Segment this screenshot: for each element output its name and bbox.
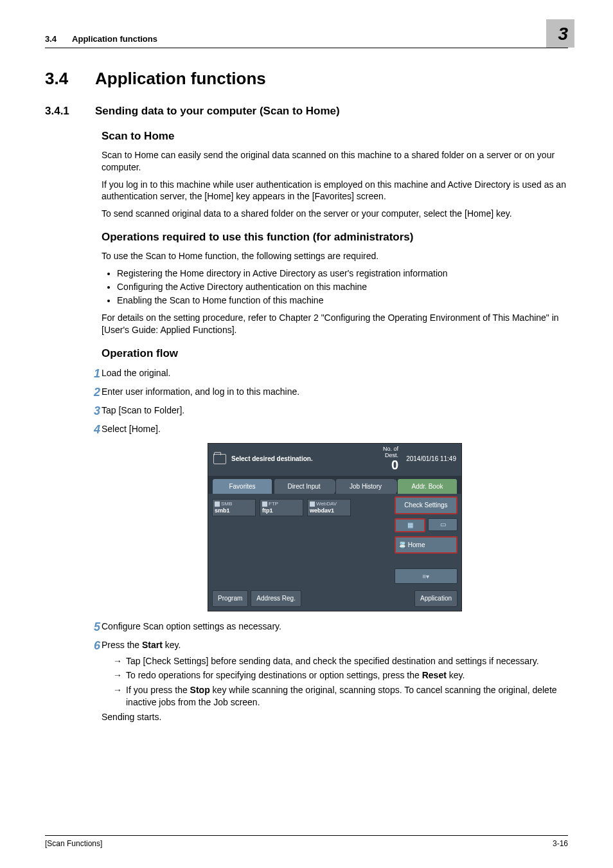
screenshot-tabs: Favorites Direct Input Job History Addr.… [208, 476, 461, 494]
chapter-badge: 3 [546, 19, 574, 48]
device-screenshot: Select desired destination. No. of Dest.… [208, 443, 462, 611]
steps-list: 1Load the original. 2Enter user informat… [102, 367, 568, 723]
arrow-item: Tap [Check Settings] before sending data… [113, 655, 568, 667]
minor-heading-operation-flow: Operation flow [102, 347, 568, 361]
ftp-icon [262, 502, 267, 507]
section-heading: 3.4Application functions [45, 68, 568, 90]
dest-chip-smb[interactable]: SMB smb1 [212, 499, 256, 516]
step-item: 5Configure Scan option settings as neces… [102, 620, 568, 633]
section-heading-num: 3.4 [45, 68, 95, 90]
paragraph: If you log in to this machine while user… [102, 179, 568, 203]
arrow-item: To redo operations for specifying destin… [113, 669, 568, 682]
arrow-item: If you press the Stop key while scanning… [113, 684, 568, 709]
application-button[interactable]: Application [414, 590, 458, 607]
step-item: 6Press the Start key. Tap [Check Setting… [102, 639, 568, 723]
step-text: Tap [Scan to Folder]. [102, 405, 184, 415]
dest-count-value: 0 [383, 458, 398, 472]
step-item: 1Load the original. [102, 367, 568, 379]
page-footer: [Scan Functions] 3-16 [45, 835, 568, 849]
dest-chip-name: smb1 [215, 507, 253, 514]
tab-job-history[interactable]: Job History [335, 478, 396, 494]
screenshot-datetime: 2014/01/16 11:49 [398, 455, 456, 464]
paragraph: For details on the setting procedure, re… [102, 312, 568, 336]
dest-chip-type: WebDAV [316, 501, 337, 507]
step-text: Press the Start key. [102, 640, 181, 650]
home-button[interactable]: 📇 Home [395, 536, 458, 554]
screenshot-main: SMB smb1 FTP ftp1 WebDAV webdav1 [208, 494, 461, 588]
runhead-title: Application functions [72, 33, 546, 45]
dest-chip-name: ftp1 [262, 507, 301, 514]
running-header: 3.4 Application functions 3 [45, 19, 568, 48]
step-number: 6 [86, 638, 100, 653]
smb-icon [215, 502, 220, 507]
step-text: Configure Scan option settings as necess… [102, 621, 281, 631]
subsection-heading: 3.4.1Sending data to your computer (Scan… [45, 104, 568, 119]
runhead-section-num: 3.4 [45, 33, 57, 45]
dest-count-block: No. of Dest. 0 [383, 446, 398, 472]
section-heading-title: Application functions [95, 69, 266, 88]
dest-chip-type: SMB [221, 501, 232, 507]
bullet-item: Registering the Home directory in Active… [117, 267, 568, 280]
dest-count-label: No. of Dest. [383, 446, 398, 458]
home-button-label: Home [408, 541, 425, 548]
paragraph: To send scanned original data to a share… [102, 208, 568, 220]
paragraph: To use the Scan to Home function, the fo… [102, 250, 568, 262]
check-settings-button[interactable]: Check Settings [395, 496, 458, 514]
step-item: 2Enter user information, and log in to t… [102, 386, 568, 398]
screenshot-message: Select desired destination. [231, 455, 383, 464]
program-button[interactable]: Program [212, 590, 248, 607]
folder-icon [213, 454, 226, 464]
step-closing: Sending starts. [102, 712, 161, 722]
spacer [304, 590, 412, 607]
dest-chip-type: FTP [269, 501, 278, 507]
step-number: 4 [86, 422, 100, 437]
dest-chip-name: webdav1 [310, 507, 348, 514]
tab-direct-input[interactable]: Direct Input [274, 478, 334, 494]
step-item: 4Select [Home]. Select desired destinati… [102, 423, 568, 611]
list-view-icon[interactable]: ▭ [428, 518, 458, 531]
scroll-indicator-icon[interactable]: ≡▾ [395, 568, 458, 584]
step-number: 2 [86, 384, 100, 400]
tab-favorites[interactable]: Favorites [212, 478, 272, 494]
bullet-item: Configuring the Active Directory authent… [117, 281, 568, 293]
step-text: Select [Home]. [102, 424, 161, 434]
address-reg-button[interactable]: Address Reg. [251, 590, 301, 607]
step-number: 5 [86, 619, 100, 635]
webdav-icon [310, 502, 315, 507]
dest-chip-ftp[interactable]: FTP ftp1 [260, 499, 303, 516]
destination-area: SMB smb1 FTP ftp1 WebDAV webdav1 [208, 494, 391, 588]
grid-view-icon[interactable]: ▦ [395, 518, 425, 532]
step-item: 3Tap [Scan to Folder]. [102, 404, 568, 417]
step-text: Load the original. [102, 368, 170, 378]
screenshot-sidebar: Check Settings ▦ ▭ 📇 Home ≡▾ [391, 494, 461, 588]
step-text: Enter user information, and log in to th… [102, 386, 299, 397]
screenshot-header: Select desired destination. No. of Dest.… [208, 444, 461, 476]
dest-chip-webdav[interactable]: WebDAV webdav1 [307, 499, 351, 516]
step-number: 1 [86, 366, 100, 381]
subsection-heading-title: Sending data to your computer (Scan to H… [95, 105, 340, 117]
footer-left: [Scan Functions] [45, 838, 102, 849]
screenshot-footer: Program Address Reg. Application [208, 588, 461, 611]
arrow-sublist: Tap [Check Settings] before sending data… [113, 655, 568, 709]
view-toggle-row: ▦ ▭ [395, 518, 458, 532]
subsection-heading-num: 3.4.1 [45, 104, 95, 119]
paragraph: Scan to Home can easily send the origina… [102, 149, 568, 174]
minor-heading-admin-ops: Operations required to use this function… [102, 230, 568, 245]
step-number: 3 [86, 403, 100, 419]
footer-right: 3-16 [553, 838, 568, 849]
bullet-item: Enabling the Scan to Home function of th… [117, 294, 568, 307]
tab-addr-book[interactable]: Addr. Book [397, 478, 458, 494]
bullet-list: Registering the Home directory in Active… [102, 267, 568, 307]
minor-heading-scan-to-home: Scan to Home [102, 129, 568, 144]
